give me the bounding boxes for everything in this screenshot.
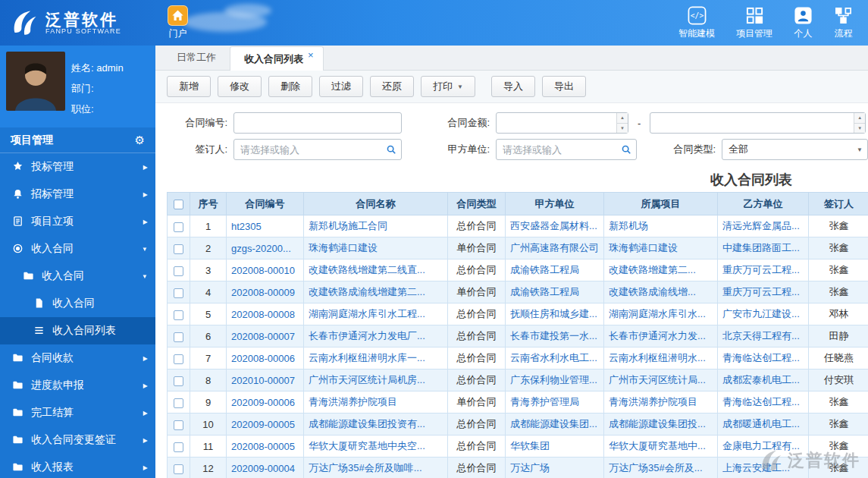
cell-link[interactable]: 202008-00008 bbox=[231, 309, 295, 320]
cell-link[interactable]: 西安盛器金属材料... bbox=[510, 220, 597, 231]
cell-link[interactable]: 万达广场35#会所及咖啡... bbox=[309, 462, 422, 473]
cell-link[interactable]: 成都能源建设集团投... bbox=[609, 418, 706, 429]
table-row[interactable]: 7202008-00006云南水利枢纽潜明水库一...总价合同云南省水利水电工.… bbox=[168, 347, 868, 370]
import-button[interactable]: 导入 bbox=[491, 76, 535, 97]
cell-link[interactable]: 青海养护管理局 bbox=[510, 396, 579, 407]
sidebar-item-8[interactable]: 进度款申报▶ bbox=[0, 372, 155, 399]
column-header[interactable]: 合同编号 bbox=[227, 193, 304, 215]
cell-link[interactable]: 长春市伊通河水力发... bbox=[609, 330, 706, 341]
cell-link[interactable]: 青海临达创工程... bbox=[722, 396, 800, 407]
close-icon[interactable]: × bbox=[308, 49, 314, 61]
cell-link[interactable]: 202008-00007 bbox=[231, 331, 295, 342]
search-icon[interactable] bbox=[386, 144, 396, 155]
delete-button[interactable]: 删除 bbox=[268, 76, 312, 97]
tab-1[interactable]: 收入合同列表× bbox=[230, 46, 324, 71]
cell-link[interactable]: gzgs-20200... bbox=[231, 243, 291, 254]
restore-button[interactable]: 还原 bbox=[370, 76, 414, 97]
cell-link[interactable]: 成渝铁路工程局 bbox=[510, 264, 579, 275]
sidebar-item-4[interactable]: 收入合同▼ bbox=[0, 263, 155, 290]
column-header[interactable]: 签订人 bbox=[809, 193, 868, 215]
cell-link[interactable]: 金康电力工程有... bbox=[722, 440, 800, 451]
nav-project[interactable]: 项目管理 bbox=[736, 6, 772, 40]
nav-personal[interactable]: 个人 bbox=[794, 6, 813, 40]
cell-link[interactable]: 广安市九江建设... bbox=[722, 308, 800, 319]
table-row[interactable]: 12202009-00004万达广场35#会所及咖啡...总价合同万达广场万达广… bbox=[168, 458, 868, 478]
row-checkbox[interactable] bbox=[174, 222, 183, 232]
tab-0[interactable]: 日常工作 bbox=[163, 46, 230, 70]
cell-link[interactable]: 202008-00005 bbox=[231, 441, 295, 452]
search-icon[interactable] bbox=[621, 144, 631, 155]
export-button[interactable]: 导出 bbox=[542, 76, 586, 97]
cell-link[interactable]: 清远光辉金属品... bbox=[722, 220, 800, 231]
cell-link[interactable]: 202009-00005 bbox=[231, 419, 295, 430]
modify-button[interactable]: 修改 bbox=[218, 76, 262, 97]
row-checkbox[interactable] bbox=[174, 354, 183, 364]
cell-link[interactable]: 202008-00009 bbox=[231, 287, 295, 298]
cell-link[interactable]: 改建铁路成渝线增... bbox=[609, 286, 696, 297]
table-row[interactable]: 3202008-00010改建铁路线增建第二线直...总价合同成渝铁路工程局改建… bbox=[168, 259, 868, 281]
cell-link[interactable]: 改建铁路成渝线增建第二... bbox=[309, 286, 425, 297]
sidebar-item-2[interactable]: 项目立项▶ bbox=[0, 208, 155, 235]
row-checkbox[interactable] bbox=[174, 420, 183, 430]
sidebar-item-9[interactable]: 完工结算▶ bbox=[0, 399, 155, 426]
cell-link[interactable]: 成都暖通机电工... bbox=[722, 418, 800, 429]
cell-link[interactable]: 湖南洞庭湖水库引水... bbox=[609, 308, 706, 319]
sidebar-item-7[interactable]: 合同收款▶ bbox=[0, 344, 155, 372]
cell-link[interactable]: 广州市天河区统计局机房... bbox=[309, 374, 425, 385]
cell-link[interactable]: 广州市天河区统计局... bbox=[609, 374, 706, 385]
table-row[interactable]: 6202008-00007长春市伊通河水力发电厂...总价合同长春市建投第一水.… bbox=[168, 325, 868, 347]
amount-min-input[interactable] bbox=[496, 112, 628, 134]
cell-link[interactable]: 202008-00010 bbox=[231, 265, 295, 276]
cell-link[interactable]: 北京天得工程有... bbox=[722, 330, 800, 341]
signer-input[interactable] bbox=[233, 139, 402, 160]
column-header[interactable]: 合同类型 bbox=[448, 193, 506, 215]
cell-link[interactable]: 珠海鹤港口建设 bbox=[309, 242, 378, 253]
print-button[interactable]: 打印▼ bbox=[421, 76, 475, 97]
cell-link[interactable]: 湖南洞庭湖水库引水工程... bbox=[309, 308, 425, 319]
cell-link[interactable]: 青海临达创工程... bbox=[722, 352, 800, 363]
table-row[interactable]: 8202010-00007广州市天河区统计局机房...总价合同广东保利物业管理.… bbox=[168, 370, 868, 392]
sidebar-item-3[interactable]: 收入合同▼ bbox=[0, 235, 155, 263]
column-header[interactable]: 甲方单位 bbox=[506, 193, 604, 215]
cell-link[interactable]: 重庆万可云工程... bbox=[722, 264, 800, 275]
table-row[interactable]: 1ht2305新郑机场施工合同总价合同西安盛器金属材料...新郑机场清远光辉金属… bbox=[168, 215, 868, 237]
row-checkbox[interactable] bbox=[174, 332, 183, 342]
cell-link[interactable]: 改建铁路线增建第二线直... bbox=[309, 264, 425, 275]
cell-link[interactable]: 成都宏泰机电工... bbox=[722, 374, 800, 385]
contract-type-select[interactable]: 全部 ▼ bbox=[722, 139, 868, 160]
sidebar-item-1[interactable]: 招标管理▶ bbox=[0, 181, 155, 208]
cell-link[interactable]: 改建铁路增建第二... bbox=[609, 264, 696, 275]
contract-no-input[interactable] bbox=[233, 112, 402, 134]
column-header[interactable]: 所属项目 bbox=[604, 193, 718, 215]
stepper-icon[interactable]: ▲▼ bbox=[854, 113, 865, 133]
sidebar-item-10[interactable]: 收入合同变更签证▶ bbox=[0, 426, 155, 454]
row-checkbox[interactable] bbox=[174, 442, 183, 452]
cell-link[interactable]: 新郑机场 bbox=[609, 220, 648, 231]
stepper-icon[interactable]: ▲▼ bbox=[616, 113, 628, 133]
add-button[interactable]: 新增 bbox=[167, 76, 211, 97]
cell-link[interactable]: 202008-00006 bbox=[231, 353, 295, 364]
table-row[interactable]: 9202009-00006青海洪湖养护院项目单价合同青海养护管理局青海洪湖养护院… bbox=[168, 392, 868, 414]
sidebar-item-6[interactable]: 收入合同列表 bbox=[0, 317, 155, 344]
cell-link[interactable]: 成渝铁路工程局 bbox=[510, 286, 579, 297]
row-checkbox[interactable] bbox=[174, 464, 183, 474]
row-checkbox[interactable] bbox=[174, 266, 183, 276]
cell-link[interactable]: 青海洪湖养护院项目 bbox=[309, 396, 397, 407]
sidebar-item-5[interactable]: 收入合同 bbox=[0, 290, 155, 317]
cell-link[interactable]: 华软大厦研究基地中央空... bbox=[309, 440, 425, 451]
table-row[interactable]: 10202009-00005成都能源建设集团投资有...总价合同成都能源建设集团… bbox=[168, 414, 868, 436]
cell-link[interactable]: 新郑机场施工合同 bbox=[309, 220, 387, 231]
cell-link[interactable]: 中建集团路面工... bbox=[722, 242, 800, 253]
cell-link[interactable]: 长春市伊通河水力发电厂... bbox=[309, 330, 425, 341]
cell-link[interactable]: 202009-00004 bbox=[231, 463, 295, 474]
cell-link[interactable]: 广州高速路有限公司 bbox=[510, 242, 599, 253]
column-header[interactable]: 序号 bbox=[190, 193, 227, 215]
table-row[interactable]: 4202008-00009改建铁路成渝线增建第二...单价合同成渝铁路工程局改建… bbox=[168, 281, 868, 303]
nav-flow[interactable]: 流程 bbox=[834, 6, 853, 40]
cell-link[interactable]: 万达广场35#会所及... bbox=[609, 462, 703, 473]
portal-button[interactable]: 门户 bbox=[168, 5, 188, 40]
gear-icon[interactable]: ⚙ bbox=[135, 134, 145, 147]
filter-button[interactable]: 过滤 bbox=[319, 76, 363, 97]
cell-link[interactable]: 202010-00007 bbox=[231, 375, 295, 386]
row-checkbox[interactable] bbox=[174, 310, 183, 320]
